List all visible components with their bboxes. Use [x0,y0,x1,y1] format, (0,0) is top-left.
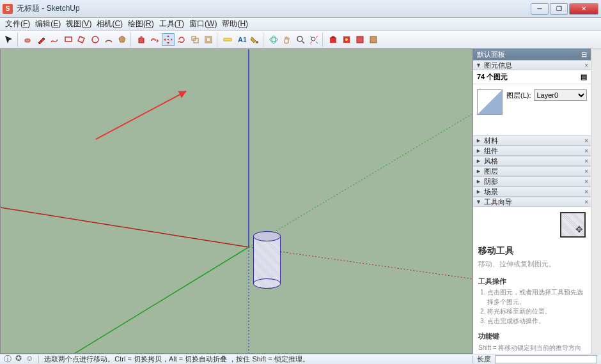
rotrect-tool[interactable] [75,33,88,46]
collapse-icon: ► [476,137,481,144]
polygon-tool[interactable] [116,33,129,46]
help-icon[interactable]: ⓘ [4,354,12,364]
pencil-tool[interactable] [35,33,48,46]
pan-tool[interactable] [281,33,293,46]
arc-tool[interactable] [102,33,115,46]
warehouse-tool[interactable] [327,33,340,46]
tray-pin-icon[interactable]: ⊟ [581,50,587,59]
status-divider [472,356,473,363]
rect-tool[interactable] [62,33,75,46]
menu-view[interactable]: 视图(V) [66,19,91,29]
entity-menu-icon[interactable]: ▤ [581,73,587,81]
viewport[interactable] [0,49,472,354]
orbit-tool[interactable] [267,33,280,46]
menu-edit[interactable]: 编辑(E) [35,19,61,29]
panel-title: 场景 [484,187,582,197]
menu-window[interactable]: 窗口(W) [189,19,217,29]
eraser-tool[interactable] [22,33,35,46]
circle-tool[interactable] [89,33,102,46]
style-tool[interactable] [367,33,380,46]
freehand-tool[interactable] [49,33,61,46]
toolbar-separator [263,33,265,47]
panel-图层-header[interactable]: ►图层× [473,166,591,176]
toolbar-separator [217,33,219,47]
svg-rect-4 [168,39,169,40]
extension-tool[interactable] [340,33,353,46]
geo-icon[interactable]: ✪ [15,354,22,364]
person-icon[interactable]: ☺ [26,354,33,364]
tray-scrollbar[interactable] [591,49,601,354]
layer-label: 图层(L): [506,91,531,100]
panel-guide-header[interactable]: ▼ 工具向导 × [473,197,591,207]
panel-组件-header[interactable]: ►组件× [473,146,591,156]
panel-close-icon[interactable]: × [584,168,588,175]
entity-thumbnail [477,89,503,115]
main-area: 默认面板 ⊟ ▼ 图元信息 × 74 个图元 ▤ 图层(L): Layer0 ► [0,49,601,354]
close-button[interactable]: ✕ [569,3,598,15]
panel-阴影-header[interactable]: ►阴影× [473,176,591,186]
menu-help[interactable]: 帮助(H) [222,19,248,29]
guide-tool-sub: 移动、拉伸或复制图元。 [478,259,586,269]
paint-tool[interactable] [248,33,261,46]
zoom-tool[interactable] [294,33,307,46]
panel-材料-header[interactable]: ►材料× [473,135,591,146]
panel-风格-header[interactable]: ►风格× [473,156,591,166]
layer-select[interactable]: Layer0 [534,89,588,101]
select-tool[interactable] [3,33,15,46]
menu-camera[interactable]: 相机(C) [97,19,123,29]
panel-entity-info-body: 图层(L): Layer0 [473,84,591,135]
toolbar-separator [17,33,20,47]
panel-场景-header[interactable]: ►场景× [473,186,591,197]
status-icons: ⓘ ✪ ☺ [4,354,33,364]
panel-close-icon[interactable]: × [584,158,588,165]
svg-rect-0 [25,39,30,42]
cylinder-model[interactable] [253,231,281,289]
svg-rect-16 [330,38,336,43]
svg-point-18 [345,38,348,41]
panel-close-icon[interactable]: × [584,188,588,195]
guide-op-item: 点击图元，或者用选择工具预先选择多个图元。 [487,287,586,307]
followme-tool[interactable] [148,33,161,46]
svg-text:A1: A1 [238,36,246,43]
zoom-extents-tool[interactable] [308,33,320,46]
text-tool[interactable]: A1 [235,33,247,46]
svg-point-11 [256,41,258,43]
panel-close-icon[interactable]: × [584,62,588,69]
tray-header[interactable]: 默认面板 ⊟ [473,49,591,60]
maximize-button[interactable]: ❐ [550,3,568,15]
menu-draw[interactable]: 绘图(R) [128,19,154,29]
menu-tools[interactable]: 工具(T) [159,19,184,29]
svg-line-24 [249,247,472,279]
minimize-button[interactable]: ─ [531,3,549,15]
move-tool[interactable] [162,33,175,46]
layout-tool[interactable] [354,33,366,46]
expand-icon: ▼ [476,199,481,205]
rotate-tool[interactable] [175,33,188,46]
collapse-icon: ► [476,178,481,185]
scale-tool[interactable] [189,33,201,46]
expand-icon: ▼ [476,62,481,68]
tape-tool[interactable] [221,33,234,46]
guide-ops-header: 工具操作 [478,276,586,287]
panel-entity-info-header[interactable]: ▼ 图元信息 × [473,60,591,70]
svg-rect-1 [65,37,72,42]
svg-point-12 [270,38,277,42]
menu-file[interactable]: 文件(F) [5,19,30,29]
collapse-icon: ► [476,148,481,154]
titlebar: S 无标题 - SketchUp ─ ❐ ✕ [0,0,601,18]
tray: 默认面板 ⊟ ▼ 图元信息 × 74 个图元 ▤ 图层(L): Layer0 ► [472,49,591,354]
offset-tool[interactable] [202,33,215,46]
panel-title: 工具向导 [484,197,582,207]
tray-title: 默认面板 [477,50,505,59]
svg-point-13 [272,36,276,43]
panel-close-icon[interactable]: × [584,148,588,155]
measure-input[interactable] [495,355,597,363]
panel-title: 阴影 [484,177,582,186]
entity-count: 74 个图元 ▤ [473,70,591,84]
measure-label: 长度 [477,354,491,364]
svg-line-26 [249,113,472,247]
panel-close-icon[interactable]: × [584,137,588,144]
pushpull-tool[interactable] [135,33,148,46]
panel-close-icon[interactable]: × [584,178,588,185]
panel-close-icon[interactable]: × [584,199,588,206]
